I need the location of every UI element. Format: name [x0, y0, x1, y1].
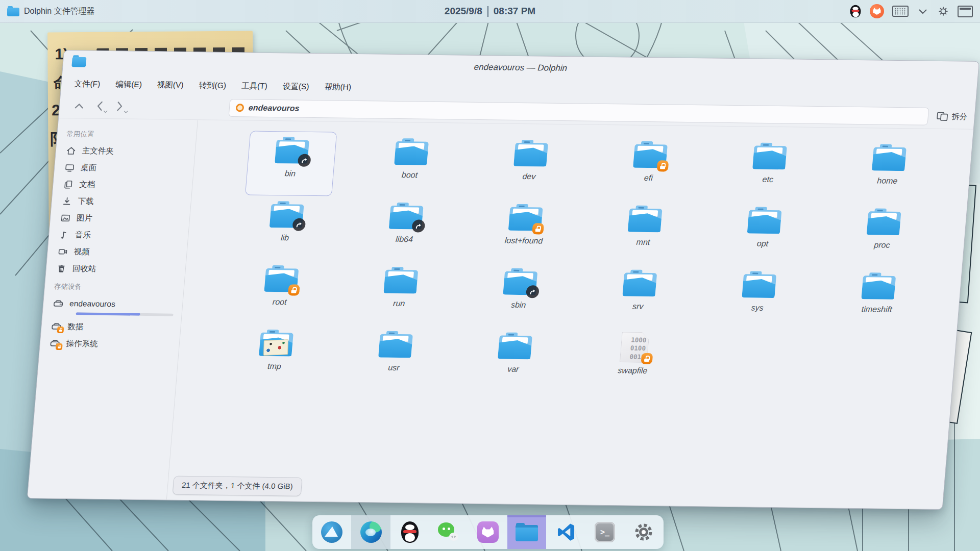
dock-item-endeavouros-launcher[interactable] — [312, 515, 351, 549]
sidebar-item[interactable]: 音乐 — [48, 227, 189, 245]
menu-item[interactable]: 视图(V) — [149, 76, 192, 94]
menu-item[interactable]: 编辑(E) — [107, 76, 151, 94]
menu-item[interactable]: 文件(F) — [66, 75, 109, 93]
symlink-emblem — [292, 218, 306, 231]
panel-icon — [958, 6, 973, 17]
lock-emblem — [56, 343, 63, 350]
file-item[interactable]: home — [842, 138, 934, 204]
sidebar-item[interactable]: 数据 — [41, 318, 181, 336]
sidebar-item[interactable]: 操作系统 — [39, 335, 180, 353]
file-icon — [866, 208, 902, 237]
menu-item[interactable]: 工具(T) — [233, 77, 276, 95]
file-item[interactable]: lost+found — [479, 198, 571, 263]
folder-icon — [394, 138, 429, 166]
file-item[interactable]: root — [234, 259, 326, 324]
folder-icon — [741, 271, 777, 299]
tray-cat-app-icon[interactable] — [870, 4, 884, 19]
dock-item-qq[interactable] — [390, 515, 429, 549]
file-item[interactable]: mnt — [598, 199, 690, 265]
sidebar-item-label: 视频 — [74, 246, 90, 257]
file-item[interactable]: opt — [718, 201, 810, 266]
sidebar-item[interactable]: 主文件夹 — [55, 142, 195, 161]
cat-app-tray-icon — [870, 4, 884, 18]
tray-panel-icon[interactable] — [958, 4, 973, 19]
file-label: var — [507, 365, 520, 374]
file-item[interactable]: bin — [245, 131, 337, 196]
sidebar-item-icon — [51, 321, 63, 332]
sidebar-item[interactable]: 图片 — [50, 210, 190, 228]
file-label: root — [272, 297, 287, 307]
folder-view[interactable]: bin boot dev efi etc home lib lib64 lost… — [167, 120, 973, 509]
dock-item-settings[interactable] — [624, 515, 663, 549]
forward-button[interactable] — [110, 98, 130, 114]
file-icon — [497, 332, 533, 361]
dock-item-dolphin-file-manager[interactable] — [507, 515, 546, 549]
dock-item-vscode[interactable] — [546, 515, 585, 549]
file-item[interactable]: lib — [240, 195, 332, 260]
menu-item[interactable]: 帮助(H) — [316, 78, 359, 96]
file-item[interactable]: tmp — [229, 323, 321, 389]
sidebar-item[interactable]: 视频 — [47, 243, 187, 262]
dolphin-icon — [516, 523, 538, 541]
sidebar-item[interactable]: 回收站 — [45, 260, 186, 279]
file-icon — [622, 269, 658, 298]
top-panel: Dolphin 文件管理器 2025/9/8 08:37 PM — [0, 0, 980, 23]
tray-gear-icon[interactable] — [937, 4, 949, 19]
sidebar-item-icon — [59, 212, 71, 223]
settings-gear-icon — [633, 522, 654, 542]
system-tray — [849, 4, 973, 19]
chevron-down-icon — [918, 9, 927, 14]
disk-usage-bar — [76, 312, 173, 316]
file-item[interactable]: var — [468, 327, 560, 392]
file-item[interactable]: srv — [593, 264, 684, 329]
file-item[interactable]: usr — [349, 325, 440, 390]
clock[interactable]: 2025/9/8 08:37 PM — [0, 6, 980, 17]
tray-chevron-down-icon[interactable] — [917, 4, 929, 19]
folder-icon — [497, 332, 533, 360]
dock-item-edge-browser[interactable] — [351, 515, 390, 549]
terminal-icon: >_ — [595, 522, 615, 542]
dock-item-wechat[interactable] — [429, 515, 468, 549]
file-item[interactable]: efi — [603, 135, 695, 201]
file-item[interactable]: run — [354, 261, 446, 326]
file-item[interactable]: sbin — [473, 262, 565, 328]
top-panel-app[interactable]: Dolphin 文件管理器 — [7, 6, 95, 17]
lock-emblem — [288, 284, 300, 295]
sidebar-item-icon — [65, 145, 77, 157]
file-item[interactable]: sys — [712, 265, 804, 331]
sidebar-item[interactable]: 桌面 — [54, 159, 194, 178]
back-dropdown-icon — [103, 110, 108, 113]
file-item[interactable]: etc — [723, 137, 815, 202]
dock-item-cat-app[interactable] — [469, 515, 507, 549]
file-item[interactable]: lib64 — [359, 196, 451, 262]
file-item[interactable]: boot — [364, 132, 456, 197]
menu-item[interactable]: 设置(S) — [274, 78, 317, 96]
sidebar-item[interactable]: endeavouros — [42, 295, 183, 320]
sidebar-section-header: 存储设备 — [54, 282, 184, 293]
file-item[interactable]: dev — [484, 134, 576, 199]
sidebar-item-icon — [62, 179, 74, 190]
file-icon — [741, 271, 777, 300]
file-item[interactable]: 1000 0100 0010 swapfile — [587, 328, 679, 393]
tray-qq-icon[interactable] — [849, 4, 862, 19]
file-item[interactable]: proc — [837, 203, 929, 268]
cat-app-icon — [477, 521, 499, 543]
back-button[interactable] — [90, 98, 110, 114]
sidebar-item[interactable]: 文档 — [53, 176, 193, 194]
file-label: proc — [874, 240, 891, 249]
split-view-button[interactable]: 拆分 — [936, 111, 968, 121]
file-item[interactable]: timeshift — [831, 267, 923, 332]
file-label: run — [393, 299, 405, 308]
folder-icon — [866, 208, 902, 236]
dock-item-terminal[interactable]: >_ — [585, 515, 624, 549]
sidebar-item[interactable]: 下载 — [51, 193, 191, 211]
sidebar-item-label: 操作系统 — [66, 338, 99, 349]
file-label: etc — [762, 175, 774, 184]
tray-keyboard-icon[interactable] — [892, 4, 909, 19]
menu-item[interactable]: 转到(G) — [190, 77, 234, 95]
sidebar-item-label: 图片 — [76, 213, 93, 223]
sidebar-item-icon — [63, 162, 76, 173]
file-icon — [627, 206, 663, 235]
up-button[interactable] — [69, 97, 89, 114]
desktop: 1) 命 2 阝 endeavouros — Dolphin 文件(F)编辑(E… — [0, 0, 980, 551]
